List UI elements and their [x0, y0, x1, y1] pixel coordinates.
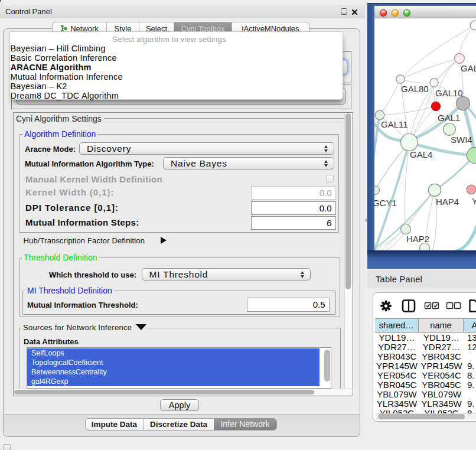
svg-text:GAL10: GAL10 [435, 88, 463, 98]
svg-text:GAL4: GAL4 [410, 149, 432, 159]
svg-text:SWI4: SWI4 [451, 135, 472, 145]
svg-text:GAL: GAL [461, 63, 476, 73]
svg-text:GCY1: GCY1 [374, 198, 397, 208]
svg-text:HAP4: HAP4 [436, 197, 459, 207]
svg-text:HAP2: HAP2 [406, 234, 429, 244]
svg-text:GAL80: GAL80 [401, 84, 429, 94]
svg-text:Y: Y [472, 196, 476, 206]
svg-text:GAL11: GAL11 [381, 119, 408, 129]
svg-text:GAL1: GAL1 [438, 113, 460, 123]
